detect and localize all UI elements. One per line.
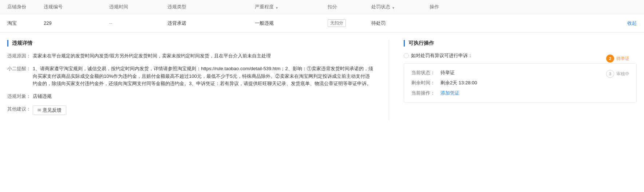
- step-3-label: 审核中: [616, 71, 629, 77]
- header-shop: 店铺身份: [7, 4, 44, 10]
- current-status-row: 当前状态： 待举证: [411, 69, 629, 76]
- add-evidence-link[interactable]: 添加凭证: [440, 90, 459, 96]
- severity-filter-icon[interactable]: [275, 5, 280, 9]
- violation-reason-label: 违规原因：: [7, 52, 33, 60]
- detail-left-section: 违规详情 违规原因： 卖家未在平台规定的发货时间内发货/双方另外约定发货时间，卖…: [7, 40, 389, 120]
- violation-detail-title: 违规详情: [7, 40, 374, 47]
- feedback-button[interactable]: ✉ 意见反馈: [33, 105, 66, 115]
- appeal-box: 当前状态： 待举证 剩余时间： 剩余2天 13:28:00 当前操作： 添加凭证: [404, 63, 637, 103]
- suggestion-label: 其他建议：: [7, 105, 33, 115]
- suggestion-item: 其他建议： ✉ 意见反馈: [7, 105, 374, 115]
- step-item-2: 2 待举证: [606, 55, 629, 63]
- violation-target-item: 违规对象： 店铺违规: [7, 93, 374, 100]
- action-section-title: 可执行操作: [404, 40, 637, 47]
- reminder-label: 小二提醒：: [7, 65, 33, 88]
- step-2-label: 待举证: [616, 56, 629, 62]
- table-header: 店铺身份 违规编号 违规时间 违规类型 严重程度 扣分 处罚状态 操作: [0, 0, 644, 14]
- header-status: 处罚状态: [371, 4, 430, 10]
- header-severity: 严重程度: [255, 4, 328, 10]
- detail-panel: 违规详情 违规原因： 卖家未在平台规定的发货时间内发货/双方另外约定发货时间，卖…: [0, 32, 644, 127]
- row-action: 收起: [430, 20, 637, 27]
- row-points: 无扣分: [328, 19, 371, 27]
- collapse-button[interactable]: 收起: [627, 20, 637, 26]
- remaining-time-row: 剩余时间： 剩余2天 13:28:00: [411, 80, 629, 86]
- step-2-badge: 2: [606, 55, 614, 63]
- table-row: 淘宝 229 -- 违背承诺 一般违规 无扣分 待处罚 收起: [0, 14, 644, 32]
- header-id: 违规编号: [44, 4, 109, 10]
- row-severity: 一般违规: [255, 20, 328, 27]
- current-action-label: 当前操作：: [411, 90, 440, 96]
- reminder-value: 1、请商家遵守淘宝规则，诚信交易，按约定时间内发货，详情请参照淘宝规则：http…: [33, 65, 374, 88]
- mail-icon: ✉: [37, 108, 41, 113]
- circle-icon: [404, 53, 409, 58]
- detail-right-section: 可执行操作 如对处罚有异议可进行申诉： 当前状态： 待举证 剩余时间： 剩余2天…: [389, 40, 637, 120]
- row-status: 待处罚: [371, 20, 430, 27]
- remaining-time-label: 剩余时间：: [411, 80, 440, 86]
- row-type: 违背承诺: [167, 20, 255, 27]
- row-id: 229: [44, 20, 109, 26]
- row-time: --: [109, 20, 167, 26]
- reminder-item: 小二提醒： 1、请商家遵守淘宝规则，诚信交易，按约定时间内发货，详情请参照淘宝规…: [7, 65, 374, 88]
- violation-target-value: 店铺违规: [33, 93, 374, 100]
- appeal-section: 如对处罚有异议可进行申诉： 当前状态： 待举证 剩余时间： 剩余2天 13:28…: [404, 52, 637, 103]
- step-item-3: 3 审核中: [606, 70, 629, 78]
- current-action-row: 当前操作： 添加凭证: [411, 90, 629, 96]
- header-time: 违规时间: [109, 4, 167, 10]
- remaining-time-value: 剩余2天 13:28:00: [440, 80, 477, 86]
- header-points: 扣分: [328, 4, 371, 10]
- status-filter-icon[interactable]: [392, 5, 396, 9]
- no-points-badge: 无扣分: [328, 19, 346, 27]
- violation-reason-value: 卖家未在平台规定的发货时间内发货/双方另外约定发货时间，卖家未按约定时间发货，且…: [33, 52, 374, 60]
- appeal-title: 如对处罚有异议可进行申诉：: [404, 52, 637, 59]
- header-action: 操作: [430, 4, 637, 10]
- step-3-badge: 3: [606, 70, 614, 78]
- current-status-value: 待举证: [440, 69, 455, 76]
- current-status-label: 当前状态：: [411, 69, 440, 76]
- header-type: 违规类型: [167, 4, 255, 10]
- row-shop: 淘宝: [7, 20, 44, 27]
- status-steps: 2 待举证 3 审核中: [606, 55, 629, 78]
- violation-reason-item: 违规原因： 卖家未在平台规定的发货时间内发货/双方另外约定发货时间，卖家未按约定…: [7, 52, 374, 60]
- violation-target-label: 违规对象：: [7, 93, 33, 100]
